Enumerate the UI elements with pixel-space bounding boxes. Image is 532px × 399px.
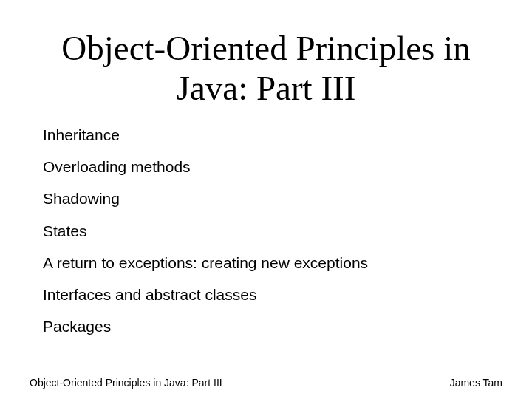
- slide-footer: Object-Oriented Principles in Java: Part…: [0, 377, 532, 389]
- slide: Object-Oriented Principles in Java: Part…: [0, 0, 532, 399]
- list-item: Interfaces and abstract classes: [43, 285, 489, 304]
- slide-title: Object-Oriented Principles in Java: Part…: [0, 0, 532, 126]
- footer-right: James Tam: [450, 377, 502, 389]
- list-item: States: [43, 222, 489, 240]
- list-item: Overloading methods: [43, 157, 489, 176]
- list-item: Shadowing: [43, 189, 489, 208]
- list-item: Inheritance: [43, 126, 489, 144]
- footer-left: Object-Oriented Principles in Java: Part…: [30, 377, 222, 389]
- list-item: Packages: [43, 317, 489, 335]
- list-item: A return to exceptions: creating new exc…: [43, 253, 489, 272]
- bullet-list: Inheritance Overloading methods Shadowin…: [0, 126, 532, 335]
